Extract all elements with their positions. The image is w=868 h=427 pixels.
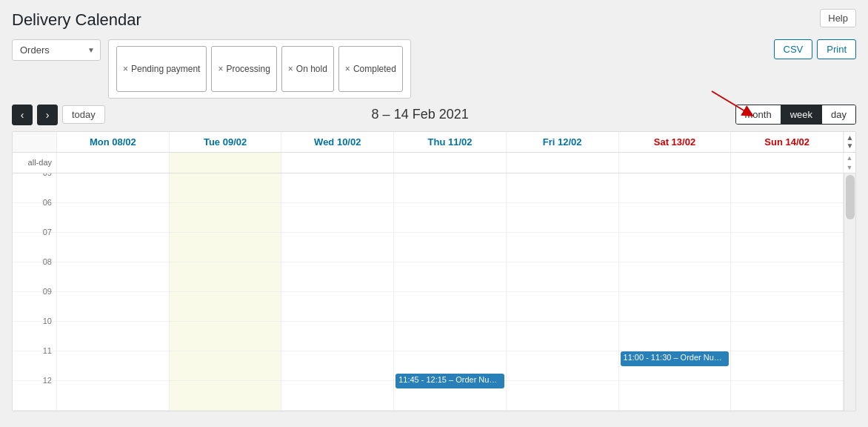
- header-sat: Sat 13/02: [619, 132, 732, 152]
- filter-tag-label: Processing: [226, 64, 270, 74]
- week-view-button[interactable]: week: [781, 105, 822, 124]
- page-title: Delivery Calendar: [12, 9, 141, 32]
- allday-mon: [57, 153, 170, 173]
- day-view-button[interactable]: day: [822, 105, 855, 124]
- allday-sun: [731, 153, 844, 173]
- day-col-thu: 11:45 - 12:15 – Order Number:: [394, 173, 507, 411]
- right-buttons: CSV Print: [774, 39, 856, 59]
- csv-button[interactable]: CSV: [774, 39, 813, 59]
- orders-select[interactable]: Orders: [12, 39, 101, 61]
- allday-fri: [507, 153, 619, 173]
- time-grid: 05 06 07 08 09 10 11 12: [13, 173, 855, 411]
- day-col-tue: [170, 173, 282, 411]
- header-thu: Thu 11/02: [394, 132, 507, 152]
- filter-tag-on-hold[interactable]: × On hold: [281, 46, 334, 92]
- day-col-fri: [507, 173, 619, 411]
- page-wrapper: Delivery Calendar Help Orders ▼ × Pendin…: [0, 0, 868, 427]
- header-wed: Wed 10/02: [281, 132, 394, 152]
- allday-label: all-day: [13, 153, 57, 173]
- scrollbar-track[interactable]: [844, 173, 855, 411]
- next-button[interactable]: ›: [37, 105, 58, 125]
- day-col-wed: [281, 173, 394, 411]
- controls-row: Orders ▼ × Pending payment × Processing …: [12, 39, 856, 99]
- nav-left: ‹ › today: [12, 105, 105, 125]
- days-grid: 11:45 - 12:15 – Order Number:: [57, 173, 844, 411]
- header-tue: Tue 09/02: [170, 132, 282, 152]
- header-scroll-area: ▲ ▼: [844, 132, 855, 152]
- allday-scroll: ▲ ▼: [844, 153, 855, 173]
- scrollbar-thumb[interactable]: [846, 175, 855, 219]
- event-sat-1100[interactable]: 11:00 - 11:30 – Order Number:: [621, 351, 730, 366]
- time-labels: 05 06 07 08 09 10 11 12: [13, 173, 57, 411]
- allday-row: all-day ▲ ▼: [13, 153, 855, 173]
- header-fri: Fri 12/02: [507, 132, 619, 152]
- orders-select-wrapper: Orders ▼: [12, 39, 101, 61]
- allday-scroll-down-icon: ▼: [847, 164, 853, 171]
- filter-tag-processing[interactable]: × Processing: [211, 46, 276, 92]
- time-label-12: 12: [13, 381, 56, 411]
- view-toggle: month week day: [735, 105, 856, 125]
- filter-tag-label: Pending payment: [131, 64, 200, 74]
- date-range-title: 8 – 14 Feb 2021: [105, 107, 735, 122]
- allday-tue: [170, 153, 282, 173]
- today-button[interactable]: today: [62, 105, 105, 124]
- nav-row: ‹ › today 8 – 14 Feb 2021 month week day: [12, 105, 856, 125]
- filter-tag-label: Completed: [353, 64, 396, 74]
- allday-thu: [394, 153, 507, 173]
- calendar-header: Mon 08/02 Tue 09/02 Wed 10/02 Thu 11/02 …: [13, 132, 855, 153]
- event-thu-1145[interactable]: 11:45 - 12:15 – Order Number:: [395, 374, 504, 388]
- remove-tag-icon[interactable]: ×: [218, 64, 223, 74]
- prev-button[interactable]: ‹: [12, 105, 33, 125]
- month-view-button[interactable]: month: [736, 105, 781, 124]
- top-bar: Delivery Calendar Help: [12, 9, 856, 32]
- help-button[interactable]: Help: [820, 9, 856, 27]
- day-col-mon: [57, 173, 170, 411]
- scroll-up-icon: ▲: [847, 133, 854, 142]
- header-empty-cell: [13, 132, 57, 152]
- remove-tag-icon[interactable]: ×: [345, 64, 350, 74]
- allday-sat: [619, 153, 732, 173]
- day-col-sat: 11:00 - 11:30 – Order Number:: [619, 173, 732, 411]
- day-col-sun: [731, 173, 844, 411]
- print-button[interactable]: Print: [817, 39, 856, 59]
- allday-scroll-up-icon: ▲: [847, 154, 853, 162]
- filter-tag-label: On hold: [296, 64, 327, 74]
- filter-tag-pending-payment[interactable]: × Pending payment: [116, 46, 207, 92]
- filter-tag-completed[interactable]: × Completed: [338, 46, 403, 92]
- calendar-container: Mon 08/02 Tue 09/02 Wed 10/02 Thu 11/02 …: [12, 131, 856, 411]
- left-controls: Orders ▼ × Pending payment × Processing …: [12, 39, 411, 99]
- header-mon: Mon 08/02: [57, 132, 170, 152]
- remove-tag-icon[interactable]: ×: [123, 64, 128, 74]
- filter-tags-box: × Pending payment × Processing × On hold…: [108, 39, 411, 99]
- allday-wed: [281, 153, 394, 173]
- header-sun: Sun 14/02: [731, 132, 844, 152]
- scroll-down-icon: ▼: [847, 142, 854, 150]
- remove-tag-icon[interactable]: ×: [288, 64, 293, 74]
